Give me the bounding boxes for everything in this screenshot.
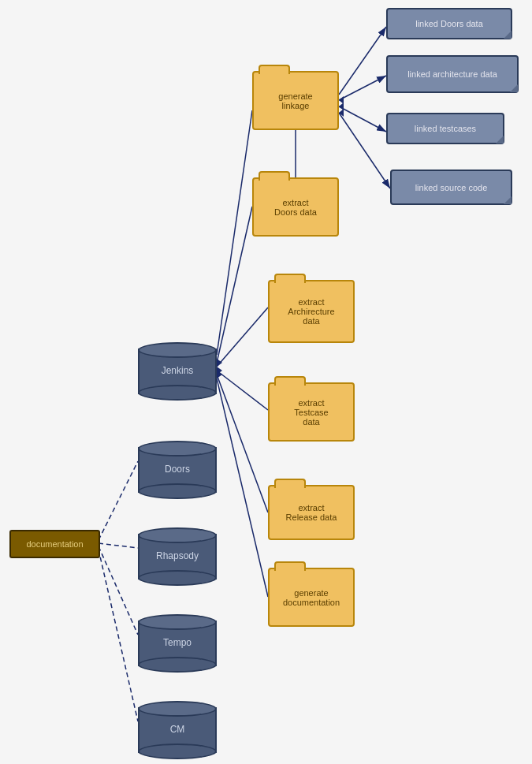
diagram-canvas: generate linkage extract Doors data extr… <box>0 0 532 764</box>
extract-testcase-label: extract Testcase data <box>294 398 328 427</box>
svg-line-14 <box>99 550 138 721</box>
cm-cylinder[interactable]: CM <box>138 698 217 761</box>
extract-doors-folder[interactable]: extract Doors data <box>252 177 339 237</box>
svg-line-9 <box>217 110 252 355</box>
tempo-label: Tempo <box>163 637 192 648</box>
linked-arch-label: linked architecture data <box>407 69 497 79</box>
extract-release-label: extract Release data <box>286 503 337 522</box>
cm-label: CM <box>170 724 185 735</box>
svg-marker-18 <box>339 96 344 104</box>
linked-testcases-box[interactable]: linked testcases <box>386 113 504 144</box>
svg-line-1 <box>339 76 386 100</box>
svg-line-11 <box>99 461 138 540</box>
documentation-label: documentation <box>26 539 83 549</box>
svg-marker-20 <box>339 109 344 117</box>
svg-line-2 <box>339 106 386 132</box>
svg-line-0 <box>339 27 386 95</box>
jenkins-cylinder[interactable]: Jenkins <box>138 339 217 402</box>
tempo-cylinder[interactable]: Tempo <box>138 611 217 674</box>
extract-arch-folder[interactable]: extract Archirecture data <box>268 280 355 343</box>
svg-line-3 <box>339 113 390 188</box>
svg-line-6 <box>217 371 268 410</box>
linked-source-box[interactable]: linked source code <box>390 170 512 205</box>
svg-marker-19 <box>339 102 344 110</box>
svg-line-4 <box>217 207 252 363</box>
svg-line-13 <box>99 546 138 635</box>
svg-line-12 <box>99 543 138 548</box>
rhapsody-cylinder[interactable]: Rhapsody <box>138 524 217 587</box>
linked-doors-box[interactable]: linked Doors data <box>386 8 512 39</box>
documentation-box[interactable]: documentation <box>9 530 100 558</box>
svg-line-7 <box>217 375 268 512</box>
linked-source-label: linked source code <box>415 183 488 192</box>
doors-label: Doors <box>165 464 190 475</box>
rhapsody-label: Rhapsody <box>156 550 199 561</box>
linked-arch-box[interactable]: linked architecture data <box>386 55 519 93</box>
generate-linkage-label: generate linkage <box>278 91 312 110</box>
linked-doors-label: linked Doors data <box>415 19 483 28</box>
doors-cylinder[interactable]: Doors <box>138 438 217 501</box>
extract-arch-label: extract Archirecture data <box>288 297 334 326</box>
svg-line-8 <box>217 378 268 597</box>
svg-line-5 <box>217 307 268 367</box>
generate-doc-label: generate documentation <box>283 588 340 607</box>
linked-testcases-label: linked testcases <box>415 124 476 133</box>
extract-doors-label: extract Doors data <box>274 198 317 217</box>
generate-linkage-folder[interactable]: generate linkage <box>252 71 339 130</box>
generate-doc-folder[interactable]: generate documentation <box>268 568 355 627</box>
jenkins-label: Jenkins <box>162 365 194 376</box>
extract-testcase-folder[interactable]: extract Testcase data <box>268 382 355 442</box>
extract-release-folder[interactable]: extract Release data <box>268 485 355 540</box>
